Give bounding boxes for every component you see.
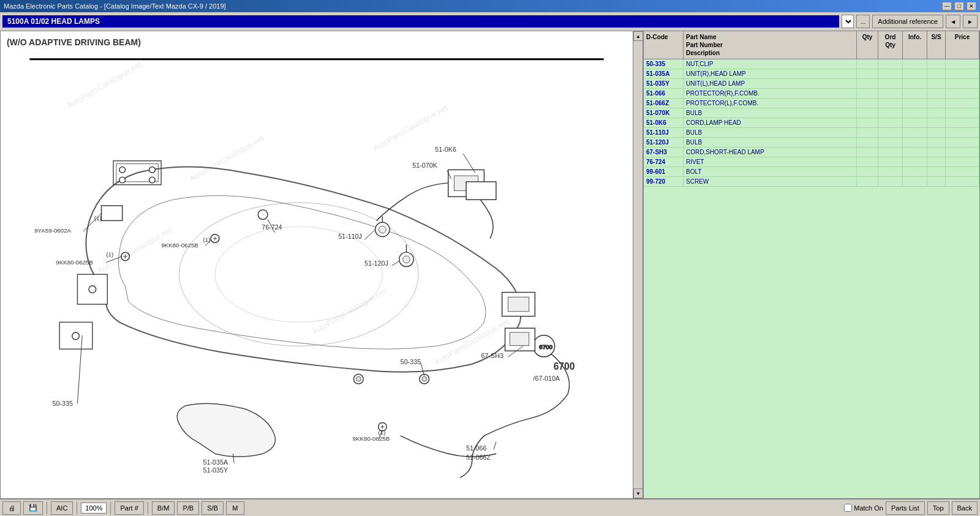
svg-text:6700: 6700 <box>539 343 552 350</box>
maximize-btn[interactable]: □ <box>954 2 964 10</box>
svg-text:51-0K6: 51-0K6 <box>435 146 456 153</box>
svg-point-16 <box>379 226 386 233</box>
table-row[interactable]: 76-724 RIVET <box>644 157 979 167</box>
part-ss <box>927 69 946 78</box>
part-info <box>903 167 927 176</box>
part-ordqty <box>878 69 903 78</box>
svg-point-39 <box>356 376 361 381</box>
part-ordqty <box>878 138 903 147</box>
svg-text:9KK80-0625B: 9KK80-0625B <box>161 242 198 249</box>
part-ordqty <box>878 157 903 166</box>
section-dropdown[interactable]: ▼ <box>842 15 854 28</box>
pb-btn[interactable]: P/B <box>177 501 199 515</box>
part-price <box>946 148 979 157</box>
aic-btn[interactable]: AIC <box>51 501 73 515</box>
part-name: PROTECTOR(L),F.COMB. <box>684 99 857 108</box>
back-btn[interactable]: Back <box>952 501 978 515</box>
nav-more-btn[interactable]: ... <box>856 15 870 28</box>
part-info <box>903 79 927 88</box>
match-on-checkbox[interactable] <box>844 504 852 512</box>
part-ss <box>927 108 946 118</box>
part-dcode: 76-724 <box>644 157 684 166</box>
table-row[interactable]: 51-110J BULB <box>644 128 979 138</box>
part-dcode: 51-120J <box>644 138 684 147</box>
part-dcode: 51-066Z <box>644 99 684 108</box>
part-ordqty <box>878 108 903 118</box>
additional-reference-btn[interactable]: Additional reference <box>872 15 943 28</box>
part-qty <box>857 177 878 186</box>
scroll-down-btn[interactable]: ▼ <box>633 488 643 498</box>
print-btn[interactable]: 🖨 <box>2 501 21 515</box>
col-header-price: Price <box>946 31 979 59</box>
close-btn[interactable]: ✕ <box>967 2 976 10</box>
col-header-qty: Qty <box>857 31 878 59</box>
save-btn[interactable]: 💾 <box>23 501 43 515</box>
part-ss <box>927 128 946 137</box>
table-row[interactable]: 51-035Y UNIT(L),HEAD LAMP <box>644 79 979 89</box>
header-row: 5100A 01/02 HEAD LAMPS ▼ ... Additional … <box>0 12 980 31</box>
table-row[interactable]: 51-035A UNIT(R),HEAD LAMP <box>644 69 979 79</box>
bm-btn[interactable]: B/M <box>152 501 175 515</box>
table-row[interactable]: 51-066 PROTECTOR(R),F.COMB. <box>644 89 979 99</box>
part-dcode: 99-720 <box>644 177 684 186</box>
parts-list-btn[interactable]: Parts List <box>886 501 925 515</box>
nav-back-btn[interactable]: ◄ <box>946 15 960 28</box>
part-info <box>903 108 927 118</box>
part-name: PROTECTOR(R),F.COMB. <box>684 89 857 98</box>
diagram-scrollbar[interactable]: ▲ ▼ <box>633 31 643 498</box>
svg-point-12 <box>72 332 80 340</box>
top-btn[interactable]: Top <box>927 501 949 515</box>
part-name: UNIT(L),HEAD LAMP <box>684 79 857 88</box>
part-price <box>946 69 979 78</box>
part-price <box>946 79 979 88</box>
part-dcode: 51-070K <box>644 108 684 118</box>
table-row[interactable]: 51-120J BULB <box>644 138 979 148</box>
svg-point-8 <box>149 177 156 183</box>
table-row[interactable]: 51-070K BULB <box>644 108 979 118</box>
diagram-title: (W/O ADAPTIVE DRIVING BEAM) <box>7 37 627 47</box>
part-ss <box>927 138 946 147</box>
part-dcode: 67-SH3 <box>644 148 684 157</box>
part-ss <box>927 157 946 166</box>
table-row[interactable]: 50-335 NUT,CLIP <box>644 59 979 69</box>
scroll-track[interactable] <box>633 41 643 488</box>
part-ordqty <box>878 89 903 98</box>
table-row[interactable]: 51-066Z PROTECTOR(L),F.COMB. <box>644 99 979 108</box>
part-ss <box>927 59 946 69</box>
table-header: D-Code Part NamePart NumberDescription Q… <box>644 31 979 59</box>
part-ss <box>927 99 946 108</box>
part-name: BULB <box>684 128 857 137</box>
part-qty <box>857 99 878 108</box>
scroll-up-btn[interactable]: ▲ <box>633 31 643 41</box>
title-bar: Mazda Electronic Parts Catalog - [Catalo… <box>0 0 980 12</box>
part-ordqty <box>878 148 903 157</box>
svg-text:(1): (1) <box>94 215 102 222</box>
svg-text:9KK80-0625B: 9KK80-0625B <box>353 435 390 442</box>
window-title: Mazda Electronic Parts Catalog - [Catalo… <box>4 2 226 10</box>
part-info <box>903 157 927 166</box>
bottom-bar: 🖨 💾 AIC 100% Part # B/M P/B S/B M Match … <box>0 499 980 516</box>
parts-list: 50-335 NUT,CLIP 51-035A UNIT(R),HEAD LAM… <box>644 59 979 498</box>
parts-panel: D-Code Part NamePart NumberDescription Q… <box>643 31 980 499</box>
table-row[interactable]: 51-0K6 CORD,LAMP HEAD <box>644 118 979 128</box>
part-ordqty <box>878 167 903 176</box>
table-row[interactable]: 99-720 SCREW <box>644 177 979 187</box>
table-row[interactable]: 67-SH3 CORD,SHORT-HEAD LAMP <box>644 148 979 157</box>
svg-text:51-066Z: 51-066Z <box>466 454 491 461</box>
part-ss <box>927 89 946 98</box>
table-row[interactable]: 99-601 BOLT <box>644 167 979 177</box>
svg-text:9KK80-0625B: 9KK80-0625B <box>56 259 93 266</box>
part-dcode: 51-0K6 <box>644 118 684 127</box>
part-name: SCREW <box>684 177 857 186</box>
part-price <box>946 118 979 127</box>
nav-fwd-btn[interactable]: ► <box>963 15 978 28</box>
part-qty <box>857 108 878 118</box>
svg-text:67-SH3: 67-SH3 <box>481 352 503 359</box>
main-content: AutoPartsCatalogue.net AutoPartsCatalogu… <box>0 31 980 499</box>
part-qty <box>857 89 878 98</box>
part-hash-btn[interactable]: Part # <box>115 501 143 515</box>
svg-point-21 <box>258 210 268 220</box>
minimize-btn[interactable]: — <box>942 2 952 10</box>
m-btn[interactable]: M <box>226 501 244 515</box>
sb-btn[interactable]: S/B <box>202 501 224 515</box>
